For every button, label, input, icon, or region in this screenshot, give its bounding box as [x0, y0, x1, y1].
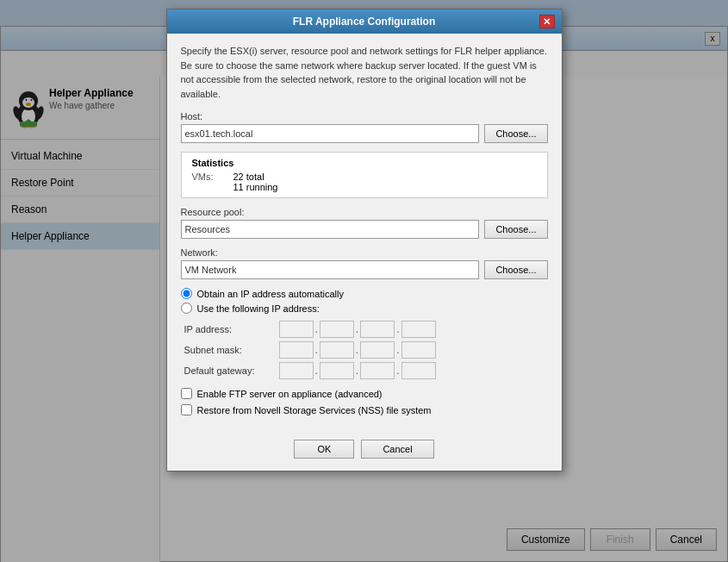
stats-running-label: [192, 182, 227, 192]
network-choose-button[interactable]: Choose...: [484, 260, 547, 279]
default-gateway-inputs: . . .: [279, 362, 436, 379]
ip-address-label: IP address:: [184, 324, 279, 334]
subnet-seg3: [360, 341, 395, 359]
flr-modal: FLR Appliance Configuration ✕ Specify th…: [166, 9, 563, 471]
ip-address-inputs: . . .: [279, 321, 436, 338]
ftp-checkbox-row: Enable FTP server on appliance (advanced…: [181, 388, 548, 399]
ip-seg4: [401, 321, 436, 338]
network-input[interactable]: [181, 260, 480, 279]
novell-checkbox[interactable]: [181, 404, 192, 415]
resource-pool-row: Choose...: [181, 220, 548, 239]
subnet-mask-label: Subnet mask:: [184, 345, 279, 355]
stats-running-row: 11 running: [192, 182, 537, 192]
network-label: Network:: [181, 247, 548, 258]
ip-seg1: [279, 321, 314, 338]
ftp-checkbox[interactable]: [181, 388, 192, 399]
gateway-seg1: [279, 362, 314, 379]
subnet-seg1: [279, 341, 314, 359]
auto-ip-row: Obtain an IP address automatically: [181, 288, 548, 299]
ftp-label: Enable FTP server on appliance (advanced…: [197, 389, 383, 399]
manual-ip-radio[interactable]: [181, 303, 192, 314]
manual-ip-label: Use the following IP address:: [197, 303, 320, 314]
resource-pool-input[interactable]: [181, 220, 480, 239]
network-row: Choose...: [181, 260, 548, 279]
modal-body: Specify the ESX(i) server, resource pool…: [167, 34, 562, 431]
resource-pool-label: Resource pool:: [181, 207, 548, 217]
gateway-seg4: [401, 362, 436, 379]
stats-vms-total: 22 total: [233, 172, 264, 182]
ip-address-row: IP address: . . .: [184, 321, 548, 338]
novell-label: Restore from Novell Storage Services (NS…: [197, 405, 432, 415]
ip-radio-group: Obtain an IP address automatically Use t…: [181, 288, 548, 314]
resource-pool-field-group: Resource pool: Choose...: [181, 207, 548, 239]
ip-seg2: [320, 321, 354, 338]
modal-overlay: FLR Appliance Configuration ✕ Specify th…: [0, 0, 728, 562]
stats-vms-label: VMs:: [192, 172, 227, 182]
auto-ip-radio[interactable]: [181, 288, 192, 299]
host-label: Host:: [181, 111, 548, 122]
host-field-group: Host: Choose...: [181, 111, 548, 143]
stats-running-value: 11 running: [233, 182, 278, 192]
default-gateway-label: Default gateway:: [184, 365, 279, 376]
ip-fields-section: IP address: . . . Subnet mask:: [184, 321, 548, 379]
manual-ip-row: Use the following IP address:: [181, 303, 548, 314]
resource-pool-choose-button[interactable]: Choose...: [484, 220, 547, 239]
cancel-button[interactable]: Cancel: [361, 440, 433, 459]
statistics-box: Statistics VMs: 22 total 11 running: [181, 152, 548, 198]
gateway-seg2: [320, 362, 354, 379]
modal-description: Specify the ESX(i) server, resource pool…: [181, 44, 548, 101]
modal-titlebar: FLR Appliance Configuration ✕: [167, 9, 562, 34]
subnet-mask-row: Subnet mask: . . .: [184, 341, 548, 359]
host-choose-button[interactable]: Choose...: [484, 124, 547, 143]
stats-title: Statistics: [192, 158, 537, 168]
host-input[interactable]: [181, 124, 480, 143]
novell-checkbox-row: Restore from Novell Storage Services (NS…: [181, 404, 548, 415]
subnet-seg2: [320, 341, 354, 359]
stats-vms-row: VMs: 22 total: [192, 172, 537, 182]
modal-footer: OK Cancel: [167, 431, 562, 471]
network-field-group: Network: Choose...: [181, 247, 548, 279]
auto-ip-label: Obtain an IP address automatically: [197, 289, 344, 299]
ip-seg3: [360, 321, 395, 338]
subnet-seg4: [401, 341, 436, 359]
default-gateway-row: Default gateway: . . .: [184, 362, 548, 379]
checkboxes-section: Enable FTP server on appliance (advanced…: [181, 388, 548, 415]
host-row: Choose...: [181, 124, 548, 143]
ok-button[interactable]: OK: [294, 440, 354, 459]
subnet-mask-inputs: . . .: [279, 341, 436, 359]
modal-close-button[interactable]: ✕: [539, 15, 555, 28]
gateway-seg3: [360, 362, 395, 379]
modal-title: FLR Appliance Configuration: [190, 16, 539, 28]
